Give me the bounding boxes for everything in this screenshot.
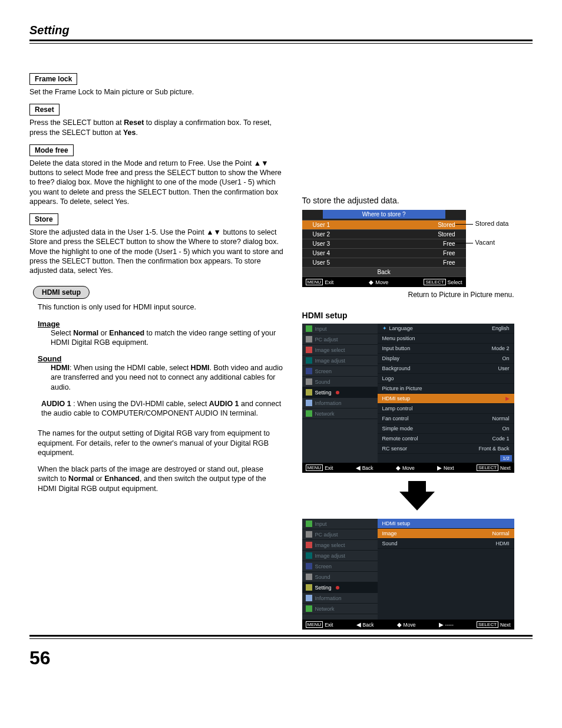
- mf-next: Next: [444, 465, 454, 471]
- menu-right-item[interactable]: HDMI setup ▶: [378, 394, 514, 404]
- mf2-next: -----: [445, 622, 454, 628]
- mf2-back: Back: [363, 622, 374, 628]
- arrow-down-icon: [399, 492, 435, 510]
- menu-right-item[interactable]: Simple modeOn: [378, 424, 514, 434]
- menu-right-item[interactable]: RC sensorFront & Back: [378, 444, 514, 454]
- image-text-d: Enhanced: [109, 329, 144, 337]
- foot-move: Move: [375, 279, 388, 285]
- left-icon: ◀: [356, 621, 361, 628]
- menu-right-item[interactable]: Logo: [378, 374, 514, 384]
- sound-hdmi-a: : When using the HDMI cable, select: [70, 364, 191, 372]
- frame-lock-text: Set the Frame Lock to Main picture or Su…: [29, 87, 285, 97]
- menu-right-item[interactable]: Menu position: [378, 334, 514, 344]
- image-subhead: Image: [38, 319, 60, 328]
- annot-vacant: Vacant: [475, 239, 495, 246]
- page-header-title: Setting: [29, 24, 533, 37]
- store-text: Store the adjusted data in the User 1-5.…: [29, 228, 285, 275]
- reset-text-d: Yes: [123, 129, 136, 137]
- image-text-a: Select: [51, 329, 73, 337]
- menu-left-item[interactable]: Network: [302, 409, 378, 419]
- mf2-nextbtn: Next: [500, 622, 510, 628]
- updown-icon: ◆: [396, 465, 401, 471]
- menu-badge-icon: MENU: [306, 621, 323, 628]
- select-badge-icon: SELECT: [477, 465, 498, 471]
- mf2-exit: Exit: [325, 622, 333, 628]
- note-a: The names for the output setting of Digi…: [38, 429, 285, 457]
- store-row[interactable]: User 4Free: [302, 248, 466, 258]
- mf-move: Move: [402, 465, 415, 471]
- dialog-title: Where to store ?: [323, 210, 445, 219]
- menu-right-item[interactable]: Fan controlNormal: [378, 414, 514, 424]
- page-badge: 1/2: [500, 455, 511, 462]
- sound-subhead: Sound: [38, 354, 61, 363]
- menu-left-item[interactable]: Image select: [302, 345, 378, 355]
- store-row[interactable]: User 5Free: [302, 258, 466, 267]
- menu-screenshot-1: InputPC adjustImage selectImage adjustSc…: [302, 324, 514, 473]
- annot-line-vacant: [455, 243, 473, 243]
- menu-badge: MENU: [306, 279, 323, 285]
- menu2-head-text: HDMI setup: [382, 521, 411, 526]
- menu-right-item[interactable]: SoundHDMI: [378, 539, 514, 549]
- select-badge-icon: SELECT: [477, 621, 498, 628]
- select-badge: SELECT: [424, 279, 445, 285]
- menu-left-item[interactable]: PC adjust: [302, 529, 378, 540]
- dialog-back[interactable]: Back: [302, 267, 466, 276]
- return-caption: Return to Picture in Picture menu.: [302, 291, 514, 299]
- reset-text-e: .: [135, 129, 137, 137]
- menu-left-item[interactable]: Information: [302, 593, 378, 604]
- menu-left-item[interactable]: PC adjust: [302, 334, 378, 345]
- menu-right-item[interactable]: Input buttonMode 2: [378, 344, 514, 354]
- left-column: Frame lock Set the Frame Lock to Main pi…: [29, 73, 285, 630]
- right-icon: ▶: [437, 465, 442, 471]
- menu-left-item[interactable]: Setting: [302, 582, 378, 593]
- menu-left-item[interactable]: Input: [302, 519, 378, 529]
- reset-text-a: Press the SELECT button at: [29, 118, 124, 127]
- menu-left-item[interactable]: Setting: [302, 387, 378, 398]
- store-row[interactable]: User 3Free: [302, 239, 466, 248]
- hdmi-setup-title: HDMI setup: [302, 311, 533, 320]
- annot-stored: Stored data: [475, 220, 509, 227]
- menu2-head: HDMI setup: [378, 519, 514, 529]
- hdmi-setup-pill: HDMI setup: [33, 286, 90, 299]
- reset-text: Press the SELECT button at Reset to disp…: [29, 118, 285, 137]
- store-row[interactable]: User 1Stored: [302, 220, 466, 229]
- mf-nextbtn: Next: [500, 465, 510, 471]
- store-row[interactable]: User 2Stored: [302, 229, 466, 239]
- sound-hdmi-label: HDMI: [51, 364, 70, 372]
- menu-left-item[interactable]: Image adjust: [302, 355, 378, 366]
- menu-screenshot-2: InputPC adjustImage selectImage adjustSc…: [302, 519, 514, 630]
- menu-right-item[interactable]: ImageNormal: [378, 529, 514, 539]
- reset-label: Reset: [29, 104, 59, 116]
- menu-left-item[interactable]: Information: [302, 398, 378, 409]
- menu-right-item[interactable]: ✦LanguageEnglish: [378, 324, 514, 334]
- updown-icon: ◆: [397, 621, 402, 628]
- right-column: To store the adjusted data. Where to sto…: [302, 73, 533, 630]
- menu-left-item[interactable]: Image select: [302, 540, 378, 551]
- right-icon: ▶: [439, 621, 444, 628]
- menu-left-item[interactable]: Network: [302, 604, 378, 614]
- mode-free-label: Mode free: [29, 144, 74, 156]
- menu-left-item[interactable]: Sound: [302, 377, 378, 387]
- menu-right-item[interactable]: Lamp control: [378, 404, 514, 414]
- mf2-move: Move: [404, 622, 416, 628]
- menu-left-item[interactable]: Screen: [302, 366, 378, 377]
- menu-left-item[interactable]: Screen: [302, 561, 378, 572]
- arrow-stem: [408, 481, 426, 493]
- menu2-footer: MENUExit ◀Back ◆Move ▶----- SELECTNext: [302, 620, 514, 630]
- sound-audio1-b: AUDIO 1: [209, 400, 239, 408]
- page-number: 56: [29, 647, 51, 669]
- header-rule: [29, 39, 533, 44]
- menu-left-item[interactable]: Input: [302, 324, 378, 334]
- menu-right-item[interactable]: DisplayOn: [378, 354, 514, 364]
- where-to-store-dialog: Where to store ? User 1StoredUser 2Store…: [302, 210, 466, 287]
- reset-text-b: Reset: [124, 118, 144, 127]
- menu-left-item[interactable]: Sound: [302, 572, 378, 582]
- annot-line-stored: [455, 224, 473, 225]
- note-b3: or: [94, 475, 104, 483]
- menu-right-item[interactable]: Remote controlCode 1: [378, 434, 514, 444]
- menu-right-item[interactable]: Picture in Picture: [378, 384, 514, 394]
- foot-exit: Exit: [325, 279, 333, 285]
- dialog-footer: MENUExit ◆Move SELECTSelect: [302, 276, 466, 287]
- menu-right-item[interactable]: BackgroundUser: [378, 364, 514, 374]
- menu-left-item[interactable]: Image adjust: [302, 551, 378, 561]
